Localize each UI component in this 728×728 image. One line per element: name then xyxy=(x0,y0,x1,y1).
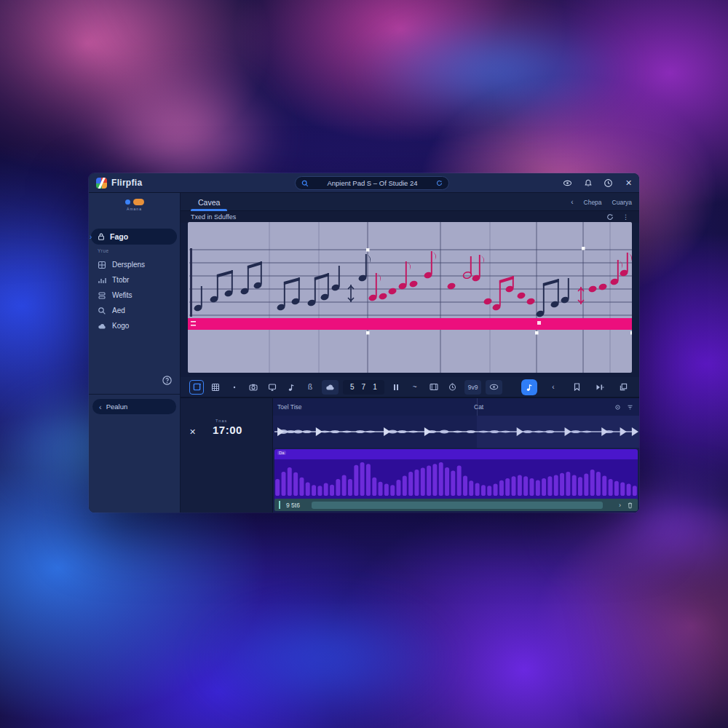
sidebar-items: DersplensTtobrWefitsAedKogo xyxy=(89,257,180,333)
grid-size-group[interactable]: 571 xyxy=(343,380,384,395)
time-icon[interactable] xyxy=(604,178,613,188)
sidebar-divider xyxy=(89,394,180,395)
eye-icon xyxy=(489,384,499,390)
filter-icon[interactable] xyxy=(627,404,633,411)
skip-button[interactable] xyxy=(593,380,607,395)
action-chepa[interactable]: Chepa xyxy=(584,199,602,206)
panel-title: Txed in Sduffes xyxy=(191,213,236,221)
trash-icon[interactable] xyxy=(627,502,633,509)
sidebar-item-wefits[interactable]: Wefits xyxy=(89,288,180,303)
chevron-left-small-icon[interactable]: ‹ xyxy=(571,198,573,206)
note-button[interactable] xyxy=(521,379,537,395)
restore-button[interactable] xyxy=(616,380,630,395)
sidebar-item-kogo[interactable]: Kogo xyxy=(89,318,180,333)
lane-highlight xyxy=(477,416,639,448)
timeline-header: Toel Tise Cat xyxy=(273,398,639,416)
bookmark-button[interactable] xyxy=(569,380,584,395)
toolbar-label-9v9[interactable]: 9v9 xyxy=(464,380,482,395)
cloud-icon xyxy=(98,322,106,331)
grid-size-value[interactable]: 1 xyxy=(373,383,377,391)
progress-slider[interactable] xyxy=(312,502,603,509)
sidebar-item-label: Wefits xyxy=(112,291,132,299)
score-canvas xyxy=(188,222,632,373)
clip-title-strip[interactable]: Da xyxy=(274,449,638,459)
lock-icon xyxy=(97,232,106,241)
close-track-icon[interactable]: ✕ xyxy=(189,427,196,437)
kebab-menu-icon[interactable]: ⋮ xyxy=(622,213,629,221)
main-content: Cavea ‹ Chepa Cuarya Txed in Sduffes ⋮ xyxy=(181,193,639,513)
sidebar-item-label: Ttobr xyxy=(112,276,129,284)
clip-status-bar: 9 5t6 › xyxy=(274,499,638,511)
bell-icon[interactable] xyxy=(583,178,593,188)
note-button[interactable] xyxy=(284,380,298,395)
sidebar-item-ttobr[interactable]: Ttobr xyxy=(89,272,180,288)
sidebar-item-active[interactable]: › Fago xyxy=(91,229,177,245)
sidebar-item-dersplens[interactable]: Dersplens xyxy=(89,257,180,272)
editor-toolbar: ß571~9v9‹ xyxy=(181,377,639,397)
tilde-button[interactable]: ~ xyxy=(408,380,422,395)
active-arrow-icon: › xyxy=(90,233,92,241)
layers-icon xyxy=(98,291,106,300)
camera-icon xyxy=(249,383,258,392)
grid-size-value[interactable]: 7 xyxy=(362,383,366,391)
settings-icon[interactable] xyxy=(614,404,621,411)
app-window: Flirpfia Anpient Pad S – Of Studie 24 xyxy=(89,173,639,513)
note-icon xyxy=(526,383,534,392)
tab-cavea[interactable]: Cavea xyxy=(191,193,227,211)
time-value: 17:00 xyxy=(213,424,242,436)
chart-icon xyxy=(98,276,106,285)
sidebar-section-label: Yrue xyxy=(98,248,109,253)
purple-waveform xyxy=(274,459,638,501)
sidebar-footer-item[interactable]: ‹ Pealun xyxy=(92,399,176,414)
clip-label: Da xyxy=(277,451,286,455)
film-button[interactable] xyxy=(427,380,441,395)
help-icon[interactable] xyxy=(162,375,173,386)
titlebar-actions: ✕ xyxy=(563,173,633,193)
pause-button[interactable] xyxy=(389,380,403,395)
visibility-icon[interactable] xyxy=(563,178,572,188)
grid-size-value[interactable]: 5 xyxy=(350,383,355,391)
tab-bar: Cavea ‹ Chepa Cuarya xyxy=(181,193,639,211)
grid-icon xyxy=(211,383,220,392)
eye-button[interactable] xyxy=(486,380,502,395)
select-tool-button[interactable] xyxy=(189,380,204,395)
timer-button[interactable] xyxy=(446,380,460,395)
titlebar: Flirpfia Anpient Pad S – Of Studie 24 xyxy=(89,173,639,193)
desktop: Flirpfia Anpient Pad S – Of Studie 24 xyxy=(0,0,728,728)
chevron-right-icon[interactable]: › xyxy=(619,502,621,509)
sync-icon[interactable] xyxy=(606,213,614,221)
monitor-button[interactable] xyxy=(265,380,280,395)
close-icon[interactable]: ✕ xyxy=(624,178,633,188)
search-bar[interactable]: Anpient Pad S – Of Studie 24 xyxy=(295,176,449,190)
sidebar: Amana › Fago Yrue DersplensTtobrWefitsAe… xyxy=(89,193,181,513)
audio-clip[interactable]: Da xyxy=(274,449,638,501)
action-cuarya[interactable]: Cuarya xyxy=(612,199,632,206)
score-panel[interactable] xyxy=(188,222,632,373)
app-logo-icon[interactable] xyxy=(96,178,107,189)
search-icon xyxy=(301,180,309,187)
bookmark-icon xyxy=(574,383,580,391)
status-value: 9 5t6 xyxy=(286,502,300,509)
sidebar-item-label: Kogo xyxy=(112,322,129,330)
search-input[interactable]: Anpient Pad S – Of Studie 24 xyxy=(313,179,432,187)
search-icon xyxy=(98,306,106,315)
refresh-icon[interactable] xyxy=(436,180,443,186)
toolbar-right-group: ‹ xyxy=(521,379,630,395)
restore-icon xyxy=(620,383,628,391)
app-name: Flirpfia xyxy=(111,178,142,188)
beta-button[interactable]: ß xyxy=(303,380,317,395)
grid-button[interactable] xyxy=(208,380,223,395)
skip-icon xyxy=(596,384,604,391)
track-arrow-lane[interactable] xyxy=(273,416,639,448)
more-dot-button[interactable] xyxy=(227,380,242,395)
footer-item-label: Pealun xyxy=(106,403,128,411)
chevron-left-button[interactable]: ‹ xyxy=(546,380,561,395)
workspace-switcher[interactable] xyxy=(89,199,180,205)
camera-button[interactable] xyxy=(246,380,261,395)
cloud-button[interactable] xyxy=(322,380,339,395)
tab-actions: ‹ Chepa Cuarya xyxy=(571,193,632,211)
select-tool-icon xyxy=(193,383,201,391)
track-header-pane: ✕ Tnas 17:00 xyxy=(181,398,273,513)
monitor-icon xyxy=(268,383,277,392)
sidebar-item-aed[interactable]: Aed xyxy=(89,303,180,318)
